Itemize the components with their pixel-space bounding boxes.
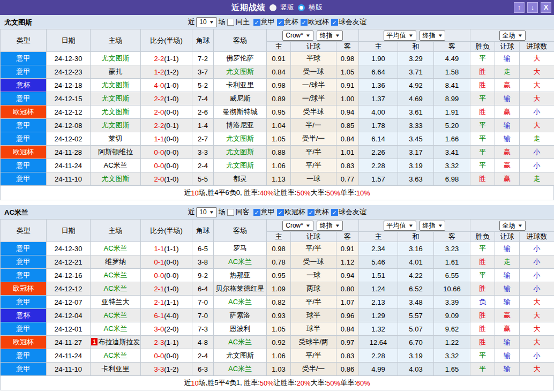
result-cell: 平 [470,269,495,282]
avg-away-cell: 1.91 [434,105,470,119]
away-cell: 都灵 [214,172,267,186]
corner-cell: 4-8 [192,336,214,349]
league-checkbox[interactable]: ✓ [253,209,260,216]
home-cell: AC米兰 [91,349,141,363]
same-venue-label[interactable]: 同主 [236,17,250,27]
handicap-result-cell: 输 [495,52,520,65]
home-cell: AC米兰 [91,322,141,336]
full-score: 2-0 [154,108,164,116]
league-filter-item[interactable]: ✓欧冠杯 [277,207,305,217]
handicap-result-cell: 赢 [495,146,520,159]
match-row: 意杯 24-12-04 AC米兰 6-1(4-0) 7-0 萨索洛 0.93 球… [1,309,554,322]
chevron-down-icon: ▼ [408,33,413,38]
match-row: 意杯 24-12-18 尤文图斯 4-0(1-0) 5-2 卡利亚里 0.98 … [1,79,554,92]
corner-cell: 2-4 [192,349,214,363]
league-checkbox[interactable]: ✓ [277,209,284,216]
recent-games-select[interactable]: 10 ▼ [196,207,216,217]
avg-home-cell: 1.51 [359,269,398,282]
handicap-cell: 受半/一 [291,132,336,146]
same-venue-checkbox[interactable] [227,19,234,26]
league-label: 球会友谊 [339,17,366,27]
goals-cell: 大 [520,322,554,336]
recent-label: 近 [188,17,194,27]
goals-cell: 大 [520,79,554,92]
fulltime-select[interactable]: 全场 ▼ [499,221,526,231]
league-filter-item[interactable]: ✓意杯 [308,207,329,217]
home-team: 亚特兰大 [102,298,130,306]
chevron-down-icon: ▼ [517,33,522,38]
vertical-layout-radio[interactable] [269,4,276,11]
average-select[interactable]: 平均值 ▼ [384,31,416,41]
league-checkbox[interactable]: ✓ [253,19,260,26]
handicap-cell: 受一球 [291,255,336,269]
home-team: 尤文图斯 [102,81,130,89]
recent-games-select[interactable]: 10 ▼ [196,17,216,27]
corner-cell: 7-4 [192,92,214,105]
summary-segment: 单率: [340,378,356,388]
match-row: 意甲 24-11-24 AC米兰 0-0(0-0) 2-4 尤文图斯 1.06 … [1,159,554,172]
half-score: (2-0) [164,325,178,333]
horizontal-layout-radio[interactable] [298,4,305,11]
league-checkbox[interactable]: ✓ [308,209,315,216]
avg-away-cell: 1.65 [434,363,470,376]
league-checkbox[interactable]: ✓ [277,19,284,26]
bookmaker-select[interactable]: Crow* ▼ [282,221,313,231]
half-score: (1-1) [164,245,178,253]
league-badge-cell: 意甲 [1,296,47,309]
match-date: 24-12-02 [47,132,91,146]
odds-stage-select[interactable]: 终指 ▼ [317,221,343,231]
bookmaker-select[interactable]: Crow* ▼ [282,31,313,41]
handicap-result-cell: 输 [495,296,520,309]
sub-col-avg-draw: 和 [398,232,434,242]
handicap-cell: 一球 [291,269,336,282]
vertical-layout-label[interactable]: 竖版 [280,3,294,12]
avg-draw-cell: 3.45 [398,132,434,146]
col-date: 日期 [47,29,91,52]
matches-table: 类型 日期 主场 比分(半场) 角球 客场 Crow* ▼ 终指 [0,29,554,186]
home-team: 布拉迪斯拉发 [98,338,140,346]
close-button[interactable]: X [541,2,551,13]
match-date: 24-12-30 [47,242,91,255]
result-cell: 平 [470,119,495,132]
league-filter-item[interactable]: ✓欧冠杯 [301,17,329,27]
move-up-button[interactable]: ↑ [514,2,525,13]
avg-away-cell: 4.49 [434,52,470,65]
home-odds-cell: 1.06 [267,349,291,363]
away-cell: AC米兰 [214,336,267,349]
avg-home-cell: 4.00 [359,105,398,119]
goals-cell: 小 [520,255,554,269]
avg-stage-select[interactable]: 终指 ▼ [420,221,446,231]
league-badge-cell: 意杯 [1,309,47,322]
same-venue-label[interactable]: 同客 [236,207,250,217]
match-date: 24-12-21 [47,255,91,269]
team-section: AC米兰 近 10 ▼ 场 同客 ✓意甲✓欧冠杯✓意杯✓球会友谊 [0,205,554,390]
odds-stage-select[interactable]: 终指 ▼ [317,31,343,41]
same-venue-checkbox[interactable] [227,209,234,216]
goals-cell: 小 [520,159,554,172]
league-checkbox[interactable]: ✓ [331,19,338,26]
score-cell: 4-0(1-0) [141,79,192,92]
avg-stage-select[interactable]: 终指 ▼ [420,31,446,41]
summary-line: 近10场,胜4平6负0, 胜率:40% 让胜率:50% 大率:50% 单率:10… [0,186,554,200]
horizontal-layout-label[interactable]: 横版 [309,3,323,12]
avg-home-cell: 5.46 [359,255,398,269]
league-filter-item[interactable]: ✓球会友谊 [331,207,366,217]
league-checkbox[interactable]: ✓ [301,19,308,26]
fulltime-select[interactable]: 全场 ▼ [499,31,526,41]
col-type: 类型 [1,29,47,52]
league-filter-item[interactable]: ✓意甲 [253,207,275,217]
home-team: 尤文图斯 [102,121,130,129]
match-date: 24-12-07 [47,296,91,309]
sub-col-home-odds: 主 [267,42,291,52]
league-checkbox[interactable]: ✓ [331,209,338,216]
league-filter-item[interactable]: ✓球会友谊 [331,17,366,27]
average-select[interactable]: 平均值 ▼ [384,221,416,231]
league-label: 欧冠杯 [308,17,329,27]
league-filter-item[interactable]: ✓意杯 [277,17,298,27]
league-badge-cell: 意甲 [1,92,47,105]
avg-home-cell: 1.36 [359,79,398,92]
avg-draw-cell: 6.52 [398,282,434,296]
move-down-button[interactable]: ↓ [527,2,538,13]
league-filter-item[interactable]: ✓意甲 [253,17,275,27]
avg-away-cell: 1.22 [434,336,470,349]
